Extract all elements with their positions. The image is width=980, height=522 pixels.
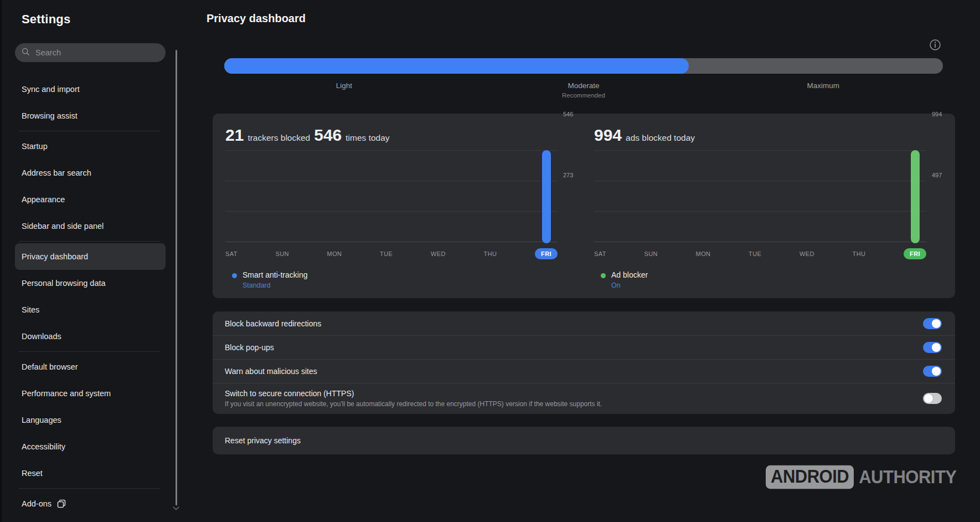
headline-text: times today (345, 133, 389, 143)
sidebar-item-default-browser[interactable]: Default browser (15, 354, 166, 380)
sidebar-item-performance-and-system[interactable]: Performance and system (15, 380, 166, 407)
setting-label: Switch to secure connection (HTTPS) (225, 389, 602, 398)
slider-sublabel-recommended: Recommended (464, 92, 704, 99)
blocking-stats-card: 21 trackers blocked 546 times today 546 … (213, 114, 955, 298)
gridline (225, 150, 558, 151)
watermark-badge: ANDROID (766, 465, 854, 489)
sidebar-item-accessibility[interactable]: Accessibility (15, 433, 166, 460)
ad-blocker-status-link[interactable]: On (611, 282, 648, 289)
sidebar-item-sidebar-and-side-panel[interactable]: Sidebar and side panel (15, 213, 166, 239)
y-axis-label: 994 (932, 111, 942, 117)
day-label-tue: TUE (749, 250, 761, 257)
block-pop-ups-toggle[interactable] (923, 342, 942, 353)
watermark-text: AUTHORITY (859, 467, 956, 488)
info-icon[interactable] (929, 38, 942, 52)
day-label-mon: MON (327, 250, 342, 257)
toggle-knob (932, 319, 941, 328)
ads-count: 994 (594, 126, 622, 145)
sidebar-item-personal-browsing-data[interactable]: Personal browsing data (15, 270, 166, 296)
day-label-sat: SAT (594, 250, 606, 257)
ads-friday-bar (911, 150, 920, 243)
protection-level-labels: Light Moderate Recommended Maximum (224, 81, 943, 99)
sidebar-item-address-bar-search[interactable]: Address bar search (15, 160, 166, 186)
slider-label-text: Light (224, 81, 464, 90)
chevron-down-icon[interactable] (173, 506, 179, 510)
scrollbar[interactable] (176, 50, 177, 505)
smart-anti-tracking-legend: Smart anti-tracking Standard (232, 270, 307, 289)
smart-anti-tracking-status-link[interactable]: Standard (243, 282, 307, 289)
day-label-sat: SAT (225, 250, 238, 257)
y-axis-label: 497 (932, 172, 942, 178)
trackers-chart-headline: 21 trackers blocked 546 times today (225, 126, 390, 145)
day-label-sun: SUN (644, 250, 657, 257)
setting-label: Block pop-ups (225, 343, 274, 352)
reset-privacy-settings-label: Reset privacy settings (225, 436, 301, 445)
privacy-options-card: Block backward redirections Block pop-up… (213, 311, 955, 414)
ads-chart-headline: 994 ads blocked today (594, 126, 695, 145)
day-label-mon: MON (696, 250, 711, 257)
https-switch-row: Switch to secure connection (HTTPS) If y… (213, 383, 955, 414)
headline-text: ads blocked today (626, 133, 695, 143)
slider-label-moderate[interactable]: Moderate Recommended (464, 81, 704, 99)
ads-chart-day-axis: SAT SUN MON TUE WED THU FRI (594, 248, 926, 260)
protection-level-slider-fill[interactable] (224, 58, 689, 74)
y-axis-label: 546 (563, 111, 573, 117)
trackers-times-count: 546 (314, 126, 342, 145)
sidebar-item-add-ons[interactable]: Add-ons (15, 490, 166, 517)
sidebar-item-downloads[interactable]: Downloads (15, 323, 166, 350)
day-label-thu: THU (484, 250, 497, 257)
sidebar-item-languages[interactable]: Languages (15, 407, 166, 433)
sidebar-title: Settings (22, 12, 179, 27)
sidebar-item-reset[interactable]: Reset (15, 460, 166, 487)
sidebar-nav: Sync and import Browsing assist Startup … (22, 76, 179, 517)
https-switch-toggle[interactable] (923, 393, 942, 404)
reset-privacy-settings-button[interactable]: Reset privacy settings (213, 427, 955, 454)
toggle-knob (932, 343, 941, 352)
sidebar-item-privacy-dashboard[interactable]: Privacy dashboard (15, 243, 166, 270)
search-icon (22, 48, 30, 58)
gridline (594, 181, 926, 181)
sidebar-item-label: Add-ons (22, 499, 51, 508)
day-label-sun: SUN (275, 250, 288, 257)
sidebar-item-sites[interactable]: Sites (15, 296, 166, 323)
external-copy-icon (56, 499, 66, 509)
slider-label-maximum[interactable]: Maximum (703, 81, 943, 99)
gridline (225, 211, 558, 212)
trackers-friday-bar (542, 150, 551, 243)
trackers-count: 21 (225, 126, 244, 145)
trackers-blocked-chart: 21 trackers blocked 546 times today 546 … (225, 114, 576, 298)
sidebar-divider (19, 241, 160, 242)
trackers-chart-day-axis: SAT SUN MON TUE WED THU FRI (225, 248, 558, 260)
sidebar-divider (19, 131, 160, 131)
headline-text: trackers blocked (247, 133, 310, 143)
ads-blocked-chart: 994 ads blocked today 994 497 SAT SUN MO… (594, 114, 945, 298)
search-box[interactable] (15, 43, 166, 62)
y-axis-label: 273 (563, 172, 573, 178)
slider-label-light[interactable]: Light (224, 81, 464, 99)
warn-malicious-sites-toggle[interactable] (923, 366, 942, 377)
protection-level-slider[interactable] (224, 58, 943, 74)
ad-blocker-legend: Ad blocker On (601, 270, 648, 289)
slider-label-text: Moderate (464, 81, 704, 90)
sidebar-divider (19, 488, 160, 489)
sidebar-item-sync-and-import[interactable]: Sync and import (15, 76, 166, 103)
setting-label: Warn about malicious sites (225, 367, 317, 376)
legend-title: Smart anti-tracking (243, 270, 307, 279)
sidebar-divider (19, 351, 160, 352)
axis-baseline (225, 242, 558, 242)
day-label-fri-active: FRI (535, 248, 558, 259)
search-input[interactable] (34, 48, 147, 58)
gridline (594, 150, 926, 151)
trackers-chart-plot (225, 150, 558, 242)
day-label-tue: TUE (380, 250, 393, 257)
sidebar-item-browsing-assist[interactable]: Browsing assist (15, 103, 166, 129)
settings-sidebar: Settings Sync and import Browsing assist… (2, 0, 179, 522)
setting-label: Block backward redirections (225, 319, 321, 328)
sidebar-item-appearance[interactable]: Appearance (15, 186, 166, 213)
day-label-wed: WED (431, 250, 446, 257)
toggle-knob (924, 394, 933, 403)
green-dot-icon (601, 273, 606, 278)
sidebar-item-startup[interactable]: Startup (15, 133, 166, 160)
block-backward-redirections-toggle[interactable] (923, 318, 942, 329)
block-pop-ups-row: Block pop-ups (213, 335, 955, 359)
